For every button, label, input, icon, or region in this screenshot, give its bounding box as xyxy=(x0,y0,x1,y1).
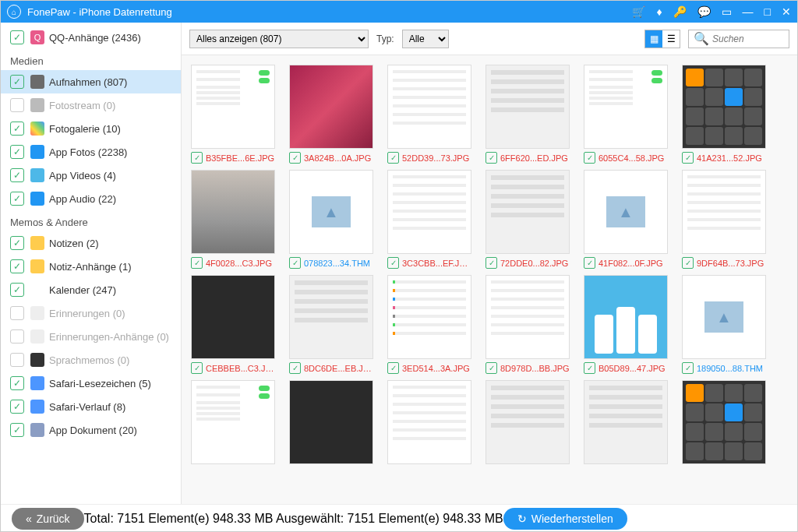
checkbox-icon[interactable]: ✓ xyxy=(10,122,24,136)
thumbnail[interactable] xyxy=(486,275,570,359)
checkbox-icon[interactable]: ✓ xyxy=(10,145,24,159)
sidebar-item[interactable]: ✓Erinnerungen-Anhänge (0) xyxy=(1,325,181,348)
checkbox-icon[interactable]: ✓ xyxy=(10,376,24,390)
diamond-icon[interactable]: ♦ xyxy=(656,5,662,18)
sidebar-item[interactable]: ✓Fotogalerie (10) xyxy=(1,117,181,140)
grid-cell: ✓3A824B...0A.JPG xyxy=(289,65,373,164)
grid-view-icon[interactable]: ▦ xyxy=(645,30,662,48)
checkbox-icon[interactable]: ✓ xyxy=(682,257,694,269)
sidebar-item[interactable]: ✓Fotostream (0) xyxy=(1,93,181,117)
checkbox-icon[interactable]: ✓ xyxy=(10,259,24,273)
sidebar-item[interactable]: ✓Safari-Verlauf (8) xyxy=(1,395,181,418)
sidebar-item[interactable]: ✓Notizen (2) xyxy=(1,231,181,255)
checkbox-icon[interactable]: ✓ xyxy=(486,152,497,164)
checkbox-icon[interactable]: ✓ xyxy=(10,168,24,182)
checkbox-icon[interactable]: ✓ xyxy=(10,306,24,320)
sidebar-item[interactable]: ✓App Audio (22) xyxy=(1,187,181,210)
checkbox-icon[interactable]: ✓ xyxy=(486,257,497,269)
grid-cell: ✓6FF620...ED.JPG xyxy=(486,65,570,164)
filename-row: ✓3C3CBB...EF.JPG xyxy=(387,257,471,269)
thumbnail[interactable] xyxy=(387,380,471,464)
checkbox-icon[interactable]: ✓ xyxy=(682,362,694,374)
thumbnail[interactable]: ▲ xyxy=(584,170,668,254)
checkbox-icon[interactable]: ✓ xyxy=(584,362,595,374)
filename-row: ✓3A824B...0A.JPG xyxy=(289,152,373,164)
filter-select[interactable]: Alles anzeigen (807) xyxy=(189,30,369,48)
checkbox-icon[interactable]: ✓ xyxy=(10,30,24,44)
thumbnail[interactable] xyxy=(486,65,570,149)
sidebar-item[interactable]: ✓App Fotos (2238) xyxy=(1,140,181,164)
thumbnail[interactable] xyxy=(191,170,275,254)
checkbox-icon[interactable]: ✓ xyxy=(289,362,301,374)
thumbnail[interactable] xyxy=(584,65,668,149)
checkbox-icon[interactable]: ✓ xyxy=(10,283,24,297)
thumbnail[interactable] xyxy=(289,275,373,359)
checkbox-icon[interactable]: ✓ xyxy=(10,353,24,367)
checkbox-icon[interactable]: ✓ xyxy=(10,75,24,89)
filename-row: ✓8D978D...BB.JPG xyxy=(486,362,570,374)
thumbnail[interactable] xyxy=(289,65,373,149)
key-icon[interactable]: 🔑 xyxy=(673,5,687,18)
type-select[interactable]: Alle xyxy=(402,30,449,48)
checkbox-icon[interactable]: ✓ xyxy=(191,257,203,269)
checkbox-icon[interactable]: ✓ xyxy=(10,400,24,414)
checkbox-icon[interactable]: ✓ xyxy=(10,329,24,344)
thumbnail[interactable] xyxy=(191,65,275,149)
chat-icon[interactable]: 💬 xyxy=(697,5,711,18)
grid-cell: ▲✓41F082...0F.JPG xyxy=(584,170,668,269)
feedback-icon[interactable]: ▭ xyxy=(722,5,732,18)
sidebar-item[interactable]: ✓Safari-Lesezeichen (5) xyxy=(1,372,181,395)
checkbox-icon[interactable]: ✓ xyxy=(387,152,399,164)
checkbox-icon[interactable]: ✓ xyxy=(191,152,203,164)
checkbox-icon[interactable]: ✓ xyxy=(387,362,399,374)
cart-icon[interactable]: 🛒 xyxy=(632,5,645,18)
back-button[interactable]: « Zurück xyxy=(12,508,84,530)
checkbox-icon[interactable]: ✓ xyxy=(10,192,24,206)
maximize-icon[interactable]: □ xyxy=(764,5,771,18)
checkbox-icon[interactable]: ✓ xyxy=(10,423,24,437)
search-input[interactable] xyxy=(712,33,784,44)
checkbox-icon[interactable]: ✓ xyxy=(584,152,595,164)
thumbnail[interactable] xyxy=(191,380,275,464)
thumbnail[interactable] xyxy=(191,275,275,359)
checkbox-icon[interactable]: ✓ xyxy=(682,152,694,164)
checkbox-icon[interactable]: ✓ xyxy=(387,257,399,269)
sidebar-item[interactable]: ✓App Videos (4) xyxy=(1,164,181,187)
minimize-icon[interactable]: — xyxy=(743,5,754,18)
thumbnail[interactable] xyxy=(387,170,471,254)
sidebar-item[interactable]: ✓App Dokument (20) xyxy=(1,418,181,442)
thumbnail[interactable] xyxy=(486,380,570,464)
sidebar-item[interactable]: ✓Notiz-Anhänge (1) xyxy=(1,255,181,278)
thumbnail[interactable]: ▲ xyxy=(682,275,766,359)
checkbox-icon[interactable]: ✓ xyxy=(10,98,24,112)
thumbnail[interactable] xyxy=(682,65,766,149)
thumbnail[interactable] xyxy=(682,170,766,254)
sidebar-item-label: Kalender (247) xyxy=(49,284,116,296)
thumbnail[interactable] xyxy=(584,380,668,464)
home-icon[interactable]: ⌂ xyxy=(7,5,21,19)
thumbnail[interactable] xyxy=(584,275,668,359)
thumbnail[interactable] xyxy=(387,65,471,149)
sidebar-item-label: Erinnerungen-Anhänge (0) xyxy=(49,331,169,343)
restore-button[interactable]: ↻ Wiederherstellen xyxy=(503,508,627,530)
sidebar-item[interactable]: ✓Sprachmemos (0) xyxy=(1,348,181,372)
qq-icon: Q xyxy=(30,30,44,44)
thumbnail[interactable] xyxy=(486,170,570,254)
checkbox-icon[interactable]: ✓ xyxy=(289,257,301,269)
checkbox-icon[interactable]: ✓ xyxy=(10,236,24,250)
checkbox-icon[interactable]: ✓ xyxy=(584,257,595,269)
list-view-icon[interactable]: ☰ xyxy=(662,30,680,48)
sidebar-item[interactable]: ✓Erinnerungen (0) xyxy=(1,301,181,325)
close-icon[interactable]: ✕ xyxy=(782,5,791,18)
sidebar-item[interactable]: ✓Aufnahmen (807) xyxy=(1,70,181,93)
sidebar-item[interactable]: ✓Kalender (247) xyxy=(1,278,181,301)
thumbnail[interactable]: ▲ xyxy=(289,170,373,254)
thumbnail[interactable] xyxy=(289,380,373,464)
grid-cell: ✓9DF64B...73.JPG xyxy=(682,170,766,269)
thumbnail[interactable] xyxy=(682,380,766,464)
checkbox-icon[interactable]: ✓ xyxy=(486,362,497,374)
sidebar-item-qq[interactable]: ✓ Q QQ-Anhänge (2436) xyxy=(1,26,181,49)
checkbox-icon[interactable]: ✓ xyxy=(289,152,301,164)
thumbnail[interactable] xyxy=(387,275,471,359)
checkbox-icon[interactable]: ✓ xyxy=(191,362,203,374)
